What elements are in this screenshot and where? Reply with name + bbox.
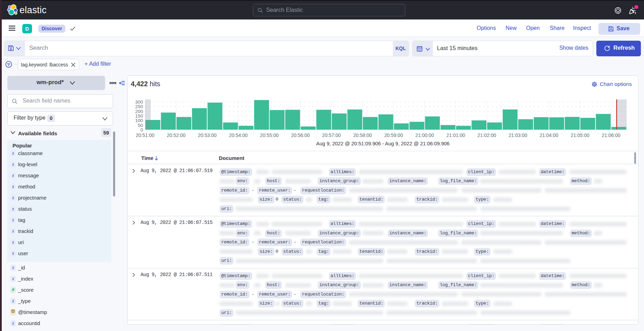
svg-text:20:54:00: 20:54:00 — [229, 133, 248, 138]
svg-text:20:55:00: 20:55:00 — [260, 133, 279, 138]
svg-text:20:53:00: 20:53:00 — [198, 133, 217, 138]
svg-text:200: 200 — [135, 109, 143, 114]
svg-text:21:02:00: 21:02:00 — [477, 133, 496, 138]
svg-text:20:51:00: 20:51:00 — [136, 133, 154, 138]
svg-text:21:06:00: 21:06:00 — [602, 133, 621, 138]
svg-text:100: 100 — [135, 118, 143, 123]
svg-text:250: 250 — [135, 104, 143, 109]
svg-text:21:00:00: 21:00:00 — [415, 133, 434, 138]
svg-text:21:03:00: 21:03:00 — [509, 133, 527, 138]
svg-text:300: 300 — [135, 99, 143, 105]
svg-text:20:58:00: 20:58:00 — [353, 133, 372, 138]
svg-text:21:01:00: 21:01:00 — [446, 133, 465, 138]
svg-text:0: 0 — [140, 127, 143, 132]
svg-text:150: 150 — [135, 113, 143, 119]
svg-text:20:52:00: 20:52:00 — [167, 133, 185, 138]
svg-text:20:59:00: 20:59:00 — [384, 133, 403, 138]
svg-text:21:05:00: 21:05:00 — [571, 133, 589, 138]
svg-text:20:56:00: 20:56:00 — [291, 133, 310, 138]
svg-text:21:04:00: 21:04:00 — [540, 133, 558, 138]
svg-text:50: 50 — [138, 123, 143, 128]
svg-text:20:57:00: 20:57:00 — [322, 133, 341, 138]
